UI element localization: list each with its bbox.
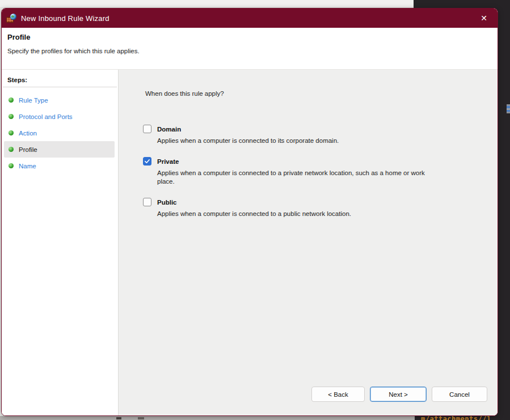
sidebar-item-label: Action	[19, 130, 37, 137]
profile-option-public: Public Applies when a computer is connec…	[143, 198, 449, 218]
domain-label: Domain	[157, 126, 181, 133]
sidebar-item-profile[interactable]: Profile	[4, 141, 115, 158]
sidebar-item-label: Protocol and Ports	[19, 113, 73, 120]
private-description: Applies when a computer is connected to …	[157, 169, 441, 186]
background-taskbar-strip	[0, 416, 415, 420]
sidebar-item-label: Profile	[19, 146, 37, 153]
private-label: Private	[157, 158, 179, 165]
sidebar-item-rule-type[interactable]: Rule Type	[4, 92, 115, 108]
next-button[interactable]: Next >	[370, 387, 427, 402]
wizard-header: Profile Specify the profiles for which t…	[2, 28, 498, 70]
page-subtitle: Specify the profiles for which this rule…	[7, 48, 491, 54]
profile-option-private: Private Applies when a computer is conne…	[143, 157, 449, 186]
window-title: New Inbound Rule Wizard	[21, 14, 109, 23]
step-bullet-icon	[9, 130, 14, 135]
domain-description: Applies when a computer is connected to …	[157, 137, 441, 145]
page-title: Profile	[7, 33, 491, 41]
domain-checkbox[interactable]	[143, 125, 151, 133]
cancel-button[interactable]: Cancel	[432, 387, 487, 402]
sidebar-item-label: Name	[19, 163, 36, 169]
private-checkbox[interactable]	[143, 157, 151, 166]
sidebar-item-name[interactable]: Name	[4, 158, 115, 174]
profile-option-domain: Domain Applies when a computer is connec…	[143, 125, 449, 145]
sidebar-item-protocol-and-ports[interactable]: Protocol and Ports	[4, 108, 115, 125]
title-bar: New Inbound Rule Wizard ✕	[2, 9, 498, 28]
steps-divider	[3, 87, 117, 87]
public-description: Applies when a computer is connected to …	[157, 210, 441, 218]
profile-step-content: When does this rule apply? Domain Applie…	[119, 70, 498, 415]
background-smudge	[138, 417, 144, 419]
globe-icon	[10, 14, 16, 20]
new-inbound-rule-wizard-dialog: New Inbound Rule Wizard ✕ Profile Specif…	[1, 8, 498, 416]
firewall-icon	[6, 14, 16, 23]
step-bullet-icon	[9, 147, 14, 152]
step-bullet-icon	[9, 163, 14, 168]
steps-sidebar: Steps: Rule Type Protocol and Ports Acti…	[2, 70, 119, 415]
back-button[interactable]: < Back	[311, 387, 365, 402]
sidebar-item-action[interactable]: Action	[4, 125, 115, 141]
background-artifact	[507, 104, 510, 113]
background-smudge	[116, 417, 121, 419]
step-bullet-icon	[9, 97, 14, 103]
step-bullet-icon	[9, 114, 14, 119]
steps-heading: Steps:	[2, 77, 118, 83]
sidebar-item-label: Rule Type	[19, 97, 48, 104]
checkmark-icon	[144, 158, 150, 164]
public-checkbox[interactable]	[143, 198, 151, 206]
public-label: Public	[157, 199, 177, 206]
background-light-window-top	[0, 0, 414, 8]
close-button[interactable]: ✕	[476, 11, 492, 26]
question-text: When does this rule apply?	[145, 90, 224, 97]
